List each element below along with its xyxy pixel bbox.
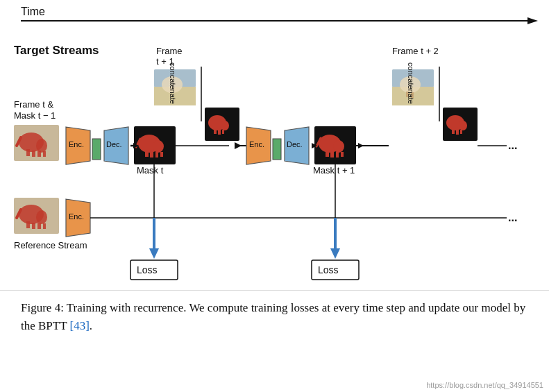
svg-rect-9: [26, 149, 30, 156]
svg-rect-64: [341, 152, 344, 157]
svg-rect-11: [37, 151, 41, 157]
svg-rect-82: [460, 130, 462, 134]
diagram-svg: Time Target Streams Frame t & Mask t − 1…: [0, 0, 549, 291]
watermark: https://blog.csdn.net/qq_34914551: [426, 381, 543, 389]
svg-rect-49: [218, 130, 221, 135]
svg-text:Target Streams: Target Streams: [14, 44, 99, 57]
caption-text: Training with recurrence. We compute tra…: [21, 301, 525, 332]
svg-text:concatenate: concatenate: [407, 62, 415, 104]
svg-text:Mask t: Mask t: [137, 165, 164, 176]
svg-marker-107: [330, 248, 340, 259]
svg-rect-61: [326, 151, 329, 157]
caption-area: Figure 4: Training with recurrence. We c…: [0, 290, 549, 341]
svg-text:Loss: Loss: [318, 264, 339, 275]
svg-text:Frame t + 2: Frame t + 2: [392, 46, 439, 56]
svg-rect-50: [222, 130, 224, 134]
svg-rect-12: [43, 151, 46, 157]
svg-text:Enc.: Enc.: [249, 140, 264, 148]
svg-rect-92: [37, 223, 41, 229]
svg-rect-10: [32, 151, 35, 157]
svg-point-89: [36, 210, 47, 224]
svg-point-79: [459, 121, 467, 130]
svg-text:Dec.: Dec.: [287, 140, 303, 148]
citation-ref: [43]: [70, 319, 90, 332]
svg-marker-1: [527, 17, 538, 24]
svg-rect-80: [452, 129, 455, 134]
svg-rect-23: [150, 152, 153, 157]
svg-text:...: ...: [508, 212, 517, 223]
svg-text:Time: Time: [21, 6, 45, 17]
svg-text:Loss: Loss: [137, 264, 158, 275]
svg-text:Enc.: Enc.: [69, 212, 84, 221]
svg-rect-81: [456, 130, 459, 135]
svg-text:Enc.: Enc.: [69, 140, 84, 148]
svg-text:...: ...: [508, 139, 517, 151]
svg-text:Mask t + 1: Mask t + 1: [313, 165, 355, 176]
svg-rect-22: [145, 151, 149, 157]
svg-rect-93: [43, 223, 46, 229]
svg-rect-16: [92, 139, 101, 160]
caption-period: .: [90, 319, 92, 332]
svg-rect-63: [336, 152, 339, 157]
svg-rect-90: [26, 221, 30, 228]
svg-text:Reference Stream: Reference Stream: [14, 240, 87, 250]
diagram-area: Time Target Streams Frame t & Mask t − 1…: [0, 0, 549, 291]
svg-text:Frame t &: Frame t &: [14, 99, 53, 110]
svg-text:Frame: Frame: [156, 46, 183, 56]
figure-label: Figure 4:: [21, 301, 64, 314]
svg-rect-24: [155, 152, 158, 157]
svg-text:Dec.: Dec.: [106, 140, 122, 148]
svg-rect-91: [32, 223, 35, 229]
svg-text:concatenate: concatenate: [169, 62, 177, 104]
svg-rect-62: [330, 152, 334, 157]
svg-rect-25: [160, 152, 163, 157]
svg-point-60: [333, 140, 344, 153]
svg-marker-102: [149, 248, 159, 259]
svg-rect-48: [214, 129, 217, 134]
svg-rect-55: [273, 139, 281, 160]
svg-point-21: [153, 140, 164, 153]
svg-point-47: [221, 121, 229, 130]
svg-text:Mask t − 1: Mask t − 1: [14, 110, 56, 121]
